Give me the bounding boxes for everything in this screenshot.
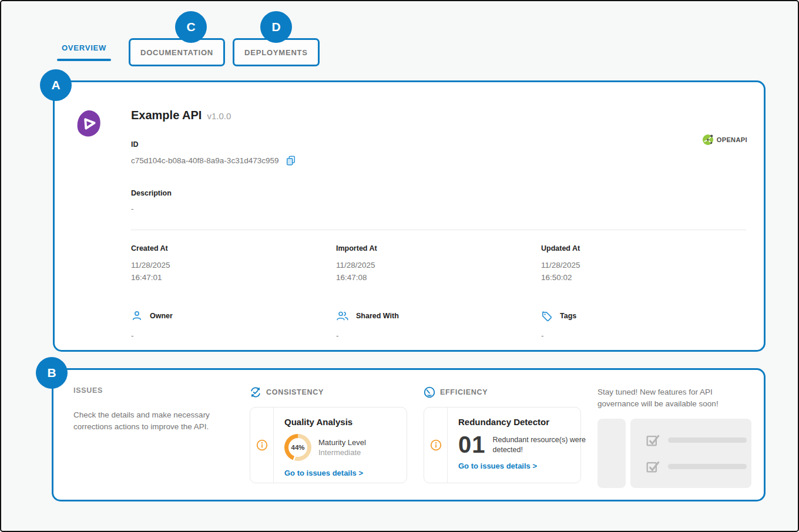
description-value: - — [131, 204, 746, 213]
shared-with-field: Shared With - — [336, 310, 541, 340]
api-logo-icon — [73, 109, 105, 140]
copy-id-icon[interactable] — [286, 155, 296, 166]
active-tab-indicator — [57, 59, 111, 61]
tab-overview-label: OVERVIEW — [61, 43, 108, 52]
sync-check-icon — [250, 386, 261, 398]
maturity-level-value: Intermediate — [318, 448, 366, 457]
imported-at-time: 16:47:08 — [336, 273, 367, 282]
placeholder-left-block — [597, 419, 626, 488]
tags-value: - — [541, 331, 746, 340]
openapi-badge: OPENAPI — [702, 134, 747, 146]
redundancy-caption: Redundant resource(s) were detected! — [493, 435, 587, 455]
id-label: ID — [131, 140, 746, 149]
maturity-gauge: 44% — [284, 434, 311, 461]
api-version: v1.0.0 — [207, 111, 231, 121]
callout-box-documentation: DOCUMENTATION — [129, 38, 225, 66]
checkbox-check-icon — [644, 458, 661, 474]
efficiency-label: EFFICIENCY — [440, 388, 488, 396]
placeholder-right-block — [630, 419, 751, 488]
stay-tuned-column: Stay tuned! New features for API governa… — [597, 386, 751, 500]
checkbox-check-icon — [644, 432, 661, 448]
callout-badge-a: A — [40, 69, 72, 101]
openapi-badge-label: OPENAPI — [717, 136, 747, 143]
openapi-icon — [702, 134, 714, 146]
description-label: Description — [131, 189, 746, 197]
speedometer-icon — [424, 386, 435, 398]
created-at-field: Created At 11/28/2025 16:47:01 — [131, 244, 336, 284]
owner-label: Owner — [150, 312, 173, 320]
imported-at-field: Imported At 11/28/2025 16:47:08 — [336, 244, 541, 284]
section-divider — [131, 230, 746, 230]
redundancy-count: 01 — [458, 432, 486, 458]
redundancy-detector-card: Redundancy Detector 01 Redundant resourc… — [424, 407, 581, 483]
people-icon — [336, 310, 349, 322]
placeholder-line — [668, 464, 747, 469]
efficiency-issues-link[interactable]: Go to issues details > — [458, 462, 537, 470]
created-at-label: Created At — [131, 244, 336, 252]
api-overview-card: OPENAPI Example API v1.0.0 ID c75d104c-b… — [53, 80, 766, 352]
issues-intro-column: ISSUES Check the details and make necess… — [73, 386, 250, 500]
api-details-column: Example API v1.0.0 ID c75d104c-b08a-40f8… — [131, 109, 746, 350]
callout-badge-b: B — [36, 357, 68, 389]
tag-icon — [541, 310, 553, 322]
tags-label: Tags — [560, 312, 576, 320]
quality-analysis-card: Quality Analysis 44% Maturity Level Inte… — [250, 407, 407, 483]
updated-at-field: Updated At 11/28/2025 16:50:02 — [541, 244, 746, 284]
owner-value: - — [131, 331, 336, 340]
maturity-gauge-percent: 44% — [284, 434, 311, 461]
updated-at-label: Updated At — [541, 244, 746, 252]
tags-field: Tags - — [541, 310, 746, 340]
redundancy-detector-title: Redundancy Detector — [458, 417, 587, 427]
consistency-issues-link[interactable]: Go to issues details > — [284, 469, 363, 477]
created-at-date: 11/28/2025 — [131, 261, 170, 270]
maturity-level-label: Maturity Level — [318, 438, 366, 447]
issues-description: Check the details and make necessary cor… — [73, 409, 223, 433]
api-id-value: c75d104c-b08a-40f8-8a9a-3c31d473c959 — [131, 156, 278, 165]
updated-at-date: 11/28/2025 — [541, 261, 580, 270]
callout-badge-d: D — [260, 11, 292, 43]
tab-documentation[interactable]: DOCUMENTATION — [140, 48, 213, 57]
app-window: OVERVIEW DOCUMENTATION DEPLOYMENTS A B C… — [0, 0, 799, 532]
person-icon — [131, 310, 143, 322]
api-title: Example API — [131, 109, 202, 122]
issues-title: ISSUES — [73, 386, 250, 395]
quality-analysis-title: Quality Analysis — [284, 417, 397, 427]
placeholder-line — [668, 437, 747, 443]
owner-field: Owner - — [131, 310, 336, 340]
created-at-time: 16:47:01 — [131, 273, 162, 282]
stay-tuned-text: Stay tuned! New features for API governa… — [597, 386, 751, 410]
imported-at-label: Imported At — [336, 244, 541, 252]
consistency-label: CONSISTENCY — [266, 388, 324, 396]
shared-with-value: - — [336, 331, 541, 340]
updated-at-time: 16:50:02 — [541, 273, 572, 282]
imported-at-date: 11/28/2025 — [336, 261, 375, 270]
tab-overview[interactable]: OVERVIEW — [57, 43, 111, 61]
coming-soon-placeholder — [597, 419, 751, 488]
api-logo-column — [73, 109, 131, 350]
info-icon — [430, 439, 442, 451]
efficiency-column: EFFICIENCY Redundancy Detector 01 Redund… — [424, 386, 581, 500]
shared-with-label: Shared With — [356, 312, 399, 320]
issues-card: ISSUES Check the details and make necess… — [52, 368, 766, 501]
tab-deployments[interactable]: DEPLOYMENTS — [244, 48, 308, 57]
consistency-column: CONSISTENCY Quality Analysis 44% — [250, 386, 407, 500]
info-icon — [256, 439, 268, 451]
callout-badge-c: C — [175, 11, 207, 43]
